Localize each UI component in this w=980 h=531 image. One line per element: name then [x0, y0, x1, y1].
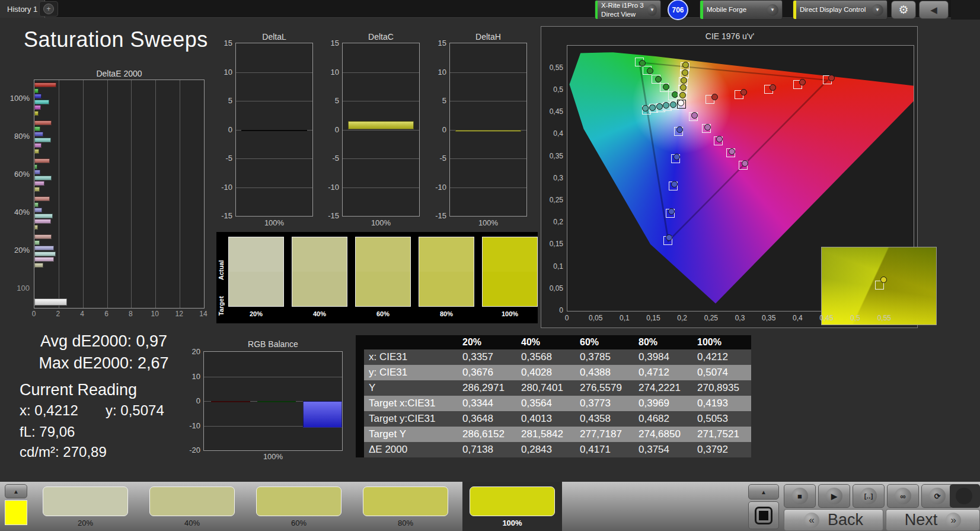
value-cell: 0,4171	[575, 442, 634, 457]
y-tick-label: -10	[429, 183, 446, 192]
continuous-button[interactable]: ∞	[887, 484, 919, 508]
patch-card-60%[interactable]: 60%	[249, 482, 349, 531]
meter-dropdown[interactable]: X-Rite i1Pro 3 Direct View ▼	[595, 0, 661, 20]
red-measured	[740, 89, 747, 96]
play-button[interactable]: ▶	[818, 484, 850, 508]
de-bar-60%	[34, 158, 50, 163]
deltah-x-label: 100%	[449, 218, 527, 227]
deltac-x-label: 100%	[342, 218, 420, 227]
de-bar-60%	[34, 164, 37, 169]
de-bar-80%	[34, 143, 42, 148]
avg-de2000-value: Avg dE2000: 0,97	[18, 332, 190, 351]
x-tick-label: 0,45	[818, 314, 835, 322]
patch-card-80%[interactable]: 80%	[356, 482, 455, 531]
group-label: 60%	[14, 170, 30, 179]
x-tick-label: 12	[174, 310, 184, 318]
target-swatch	[292, 272, 347, 306]
table-row: Y286,2971280,7401276,5579274,2221270,893…	[364, 380, 751, 396]
y-tick-label: 0,3	[553, 174, 563, 182]
value-cell: 281,5842	[516, 427, 575, 442]
x-tick-label: 0,05	[588, 314, 604, 322]
gridline	[180, 80, 180, 308]
x-tick-label: 0,4	[789, 314, 806, 322]
deltae2000-x-axis: 02468101214	[34, 310, 205, 319]
swatch-20%	[228, 237, 284, 307]
loop-button[interactable]: ⟳	[921, 484, 953, 508]
deltal-x-label: 100%	[235, 218, 313, 227]
gridline	[236, 187, 312, 188]
gridline	[83, 80, 84, 308]
x-tick-label: 0	[29, 310, 39, 318]
value-cell: 276,5579	[575, 380, 634, 396]
de-bar-80%	[34, 138, 51, 142]
value-cell: 286,6152	[458, 427, 516, 442]
y-tick-label: -10	[215, 183, 232, 192]
step-button[interactable]: [‥]	[853, 484, 885, 508]
gridline	[343, 158, 419, 159]
next-button[interactable]: Next »	[886, 509, 980, 531]
y-tick-label: 0	[215, 125, 232, 134]
swatch-label: 20%	[228, 310, 284, 317]
current-fl-value: fL: 79,06	[20, 424, 75, 440]
stop-button[interactable]: ■	[784, 484, 816, 508]
chevron-down-icon: ▼	[647, 4, 657, 16]
patch-card-40%[interactable]: 40%	[142, 482, 242, 531]
x-tick-label: 14	[199, 310, 208, 318]
chevrons-left-icon: «	[804, 513, 819, 528]
deltac-chart-title: DeltaC	[342, 32, 420, 42]
value-cell: 0,4358	[575, 411, 634, 427]
blue-measured	[668, 208, 675, 215]
x-tick-label: 2	[53, 310, 63, 318]
green-measured	[647, 68, 653, 74]
page-title: Saturation Sweeps	[24, 27, 208, 52]
measurement-table: 20%40%60%80%100%x: CIE310,33570,35680,37…	[356, 335, 751, 457]
back-button[interactable]: « Back	[784, 509, 883, 531]
magenta-measured	[691, 112, 698, 119]
value-cell: 0,3792	[692, 442, 751, 457]
green-measured	[655, 76, 662, 82]
actual-swatch	[292, 237, 347, 272]
cie-1976-panel: CIE 1976 u'v' 00,050,10,150,20,250,30,35…	[541, 26, 918, 328]
target-swatch	[419, 272, 474, 306]
table-row: y: CIE310,36760,40280,43880,47120,5074	[364, 365, 751, 380]
transport-up-button[interactable]: ▲	[748, 484, 779, 500]
patch-card-100%[interactable]: 100%	[462, 482, 562, 531]
loop-icon: ⟳	[929, 488, 946, 504]
swatch-100%	[482, 237, 538, 307]
transport-extra-button[interactable]	[950, 484, 980, 508]
cyan-measured	[649, 104, 656, 111]
patch-window-toggle-button[interactable]	[748, 501, 779, 529]
value-cell: 0,4193	[692, 396, 751, 411]
source-dropdown[interactable]: Mobile Forge ▼	[700, 0, 783, 20]
x-tick-label: 4	[78, 310, 87, 318]
patch-card-label: 40%	[142, 519, 242, 527]
display-control-dropdown[interactable]: Direct Display Control ▼	[793, 0, 888, 20]
de-bar-20%	[34, 234, 52, 239]
patch-card-label: 60%	[249, 519, 349, 527]
step-icon: [‥]	[860, 488, 877, 504]
x-tick-label: 0,35	[761, 314, 777, 322]
patch-card-20%[interactable]: 20%	[36, 482, 135, 531]
blue-balance-bar	[303, 401, 342, 428]
table-header-cell: 40%	[516, 335, 575, 349]
patch-card-label: 100%	[462, 519, 562, 527]
green-measured	[663, 84, 669, 90]
display-control-label: Direct Display Control	[796, 4, 869, 15]
row-label-cell: Target x:CIE31	[364, 396, 458, 411]
blue-measured	[673, 154, 680, 160]
gridline	[343, 101, 419, 101]
cie-x-axis: 00,050,10,150,20,250,30,350,40,450,50,55	[567, 314, 914, 323]
deltaC-bar	[348, 121, 414, 130]
tab-history-1[interactable]: History 1	[0, 0, 45, 18]
add-tab-button[interactable]: +	[39, 1, 58, 17]
y-tick-label: 5	[215, 96, 232, 105]
red-measured	[799, 79, 806, 85]
collapse-panel-button[interactable]: ◀	[919, 1, 949, 19]
y-tick-label: 0,05	[550, 284, 563, 292]
settings-button[interactable]: ⚙	[891, 1, 916, 19]
y-tick-label: 0,35	[550, 152, 563, 160]
current-cdm2-value: cd/m²: 270,89	[20, 444, 107, 460]
y-tick-label: 10	[184, 372, 200, 381]
group-label: 80%	[14, 132, 30, 141]
gridline	[450, 101, 526, 101]
